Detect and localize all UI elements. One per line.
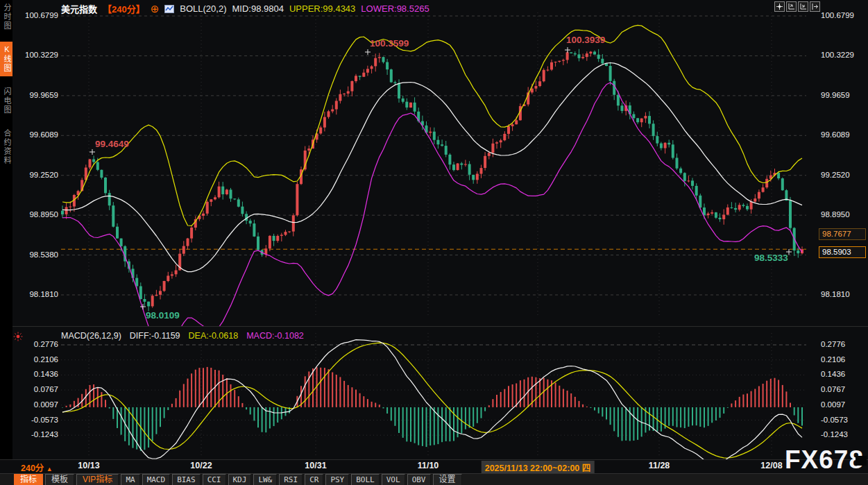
macd-axis-label: 0.0097 <box>821 400 845 409</box>
price-axis-label: 99.9659 <box>821 91 850 100</box>
toolbar-tab-1[interactable]: 模板 <box>45 474 74 485</box>
chart-type-icon[interactable] <box>164 5 174 13</box>
macd-diff-value: DIFF:-0.1159 <box>130 331 180 341</box>
xaxis-tick: 11/10 <box>418 461 439 470</box>
macd-axis-label: 0.2106 <box>34 355 58 364</box>
sidebar-item-2[interactable]: 闪电图 <box>0 84 12 118</box>
add-indicator-icon[interactable]: ⊕ <box>151 5 160 13</box>
price-axis-label: 98.5380 <box>29 250 58 259</box>
price-axis-label: 98.8950 <box>821 210 850 219</box>
candlestick-chart[interactable] <box>0 0 868 326</box>
sidebar-item-3[interactable]: 合约资料 <box>0 126 12 169</box>
toolbar-tab-0[interactable]: 指标 <box>14 474 43 485</box>
toolbar-tab-3[interactable]: MA <box>121 474 139 485</box>
price-axis-label: 99.9659 <box>29 91 58 100</box>
macd-axis-label: -0.1243 <box>821 430 848 439</box>
macd-axis-label: -0.0573 <box>821 416 848 425</box>
toolbar-tab-13[interactable]: VOL <box>382 474 405 485</box>
toolbar-tab-14[interactable]: OBV <box>407 474 431 485</box>
compress-scale-icon[interactable] <box>786 1 797 12</box>
toolbar-tab-7[interactable]: KDJ <box>228 474 252 485</box>
chart-control-icons <box>774 1 820 12</box>
pan-right-icon[interactable] <box>810 1 820 12</box>
panel-divider <box>0 326 868 327</box>
crosshair-icon[interactable] <box>774 1 785 12</box>
price-annotation: 98.5333 <box>754 253 788 263</box>
macd-axis-label: -0.1243 <box>31 430 58 439</box>
price-axis-left: 100.6799100.322999.965999.608999.252098.… <box>14 0 58 459</box>
expand-scale-icon[interactable] <box>798 1 808 12</box>
xaxis-tick: 12/08 <box>760 461 782 470</box>
price-axis-label: 100.3229 <box>821 51 854 60</box>
price-annotation: 98.0109 <box>146 310 180 321</box>
toolbar-tab-2[interactable]: VIP指标 <box>76 474 119 485</box>
toolbar-tab-9[interactable]: RSI <box>279 474 303 485</box>
boll-mid-value: MID:98.9804 <box>232 3 284 14</box>
macd-axis-label: 0.0767 <box>821 385 845 394</box>
price-axis-label: 99.2520 <box>821 171 850 180</box>
xaxis-row: 240分 ▲ 10/1310/2210/3111/102025/11/13 22… <box>0 460 868 473</box>
price-tag-current: 98.5903 <box>819 246 866 258</box>
toolbar-tab-4[interactable]: MACD <box>142 474 171 485</box>
macd-header: MACD(26,12,9) DIFF:-0.1159 DEA:-0.0618 M… <box>61 331 304 341</box>
price-axis-label: 99.6089 <box>29 130 58 139</box>
xaxis-tick: 10/13 <box>78 461 99 470</box>
macd-axis-label: 0.1436 <box>821 370 845 379</box>
bottom-toolbar: 指标模板VIP指标MAMACDBIASCCIKDJLW&RSICRPSYBOLL… <box>0 473 868 485</box>
price-axis-label: 98.8950 <box>29 210 58 219</box>
price-axis-label: 100.3229 <box>25 51 58 60</box>
macd-axis-label: 0.1436 <box>34 370 58 379</box>
boll-upper-value: UPPER:99.4343 <box>289 3 355 14</box>
macd-axis-label: 0.2106 <box>821 355 845 364</box>
timeframe-label: 240分 <box>21 463 44 473</box>
symbol-name: 美元指数 <box>61 2 97 15</box>
price-annotation: 100.3939 <box>566 35 605 45</box>
toolbar-tab-5[interactable]: BIAS <box>172 474 201 485</box>
macd-value: MACD:-0.1082 <box>246 331 304 341</box>
macd-axis-label: 0.2776 <box>34 340 58 349</box>
price-tag-previous: 98.7677 <box>819 228 866 240</box>
chart-header: 美元指数 【240分】 ⊕ BOLL(20,2) MID:98.9804 UPP… <box>61 2 429 15</box>
toolbar-tab-12[interactable]: BOLL <box>351 474 380 485</box>
xaxis-tick-current: 2025/11/13 22:00~02:00 四 <box>482 461 595 474</box>
boll-lower-value: LOWER:98.5265 <box>361 3 429 14</box>
toolbar-tab-15[interactable]: 设置 <box>433 474 462 485</box>
macd-dea-value: DEA:-0.0618 <box>189 331 239 341</box>
alert-icon <box>13 332 23 344</box>
toolbar-tab-6[interactable]: CCI <box>203 474 226 485</box>
toolbar-tab-10[interactable]: CR <box>305 474 323 485</box>
price-axis-label: 98.1810 <box>821 290 850 299</box>
macd-axis-label: 0.2776 <box>821 340 845 349</box>
xaxis-tick: 11/28 <box>649 461 670 470</box>
xaxis-tick: 10/31 <box>305 461 326 470</box>
macd-axis-label: -0.0573 <box>31 416 58 425</box>
price-axis-label: 99.2520 <box>29 171 58 180</box>
trading-app: 分时图K线图闪电图合约资料 美元指数 【240分】 ⊕ BOLL(20,2) M… <box>0 0 868 485</box>
macd-axis-label: 0.0097 <box>34 400 58 409</box>
watermark: FX678 <box>785 447 864 473</box>
boll-label: BOLL(20,2) <box>180 3 226 14</box>
sidebar: 分时图K线图闪电图合约资料 <box>0 0 12 459</box>
macd-chart[interactable] <box>0 326 868 459</box>
timeframe-badge: 【240分】 <box>103 2 145 15</box>
price-axis-label: 100.6799 <box>821 11 854 20</box>
xaxis-tick: 10/22 <box>190 461 212 470</box>
price-annotation: 100.3599 <box>370 38 409 49</box>
watermark-box <box>856 456 867 466</box>
price-axis-label: 100.6799 <box>25 11 58 20</box>
macd-axis-label: 0.0767 <box>34 385 58 394</box>
price-axis-label: 99.6089 <box>821 130 850 139</box>
toolbar-tab-11[interactable]: PSY <box>325 474 349 485</box>
sidebar-item-0[interactable]: 分时图 <box>0 0 12 34</box>
price-annotation: 99.4649 <box>95 139 129 149</box>
toolbar-tab-8[interactable]: LW& <box>253 474 277 485</box>
price-axis-label: 98.1810 <box>29 290 58 299</box>
timeframe-selector[interactable]: 240分 ▲ <box>21 461 53 474</box>
chevron-up-icon: ▲ <box>46 466 53 473</box>
sidebar-item-1[interactable]: K线图 <box>0 42 12 76</box>
macd-title: MACD(26,12,9) <box>61 331 121 341</box>
